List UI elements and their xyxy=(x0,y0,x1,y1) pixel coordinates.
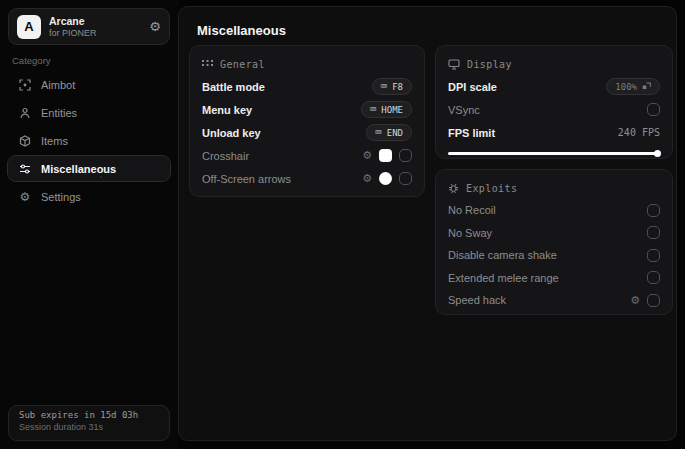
gear-icon[interactable]: ⚙ xyxy=(362,173,372,184)
sidebar-item-items[interactable]: Items xyxy=(7,127,171,154)
gear-icon[interactable]: ⚙ xyxy=(362,150,372,161)
display-panel: Display DPI scale 100% VSync FPS limit 2… xyxy=(435,45,673,159)
general-panel: General Battle mode ⌨ F8 Menu key ⌨ HOME… xyxy=(189,45,425,197)
sub-expires-text: Sub expires in 15d 03h xyxy=(19,410,159,420)
color-swatch[interactable] xyxy=(379,172,392,185)
main-panel: Miscellaneous General Battle mode ⌨ F8 M… xyxy=(178,6,677,441)
extended-melee-range-label: Extended melee range xyxy=(448,272,559,284)
no-recoil-row: No Recoil xyxy=(448,203,660,218)
exploits-title: Exploits xyxy=(466,183,517,194)
disable-camera-shake-checkbox[interactable] xyxy=(647,249,660,262)
sidebar-item-label: Settings xyxy=(41,191,81,203)
dpi-scale-label: DPI scale xyxy=(448,81,497,93)
sidebar-item-settings[interactable]: ⚙ Settings xyxy=(7,183,171,210)
crosshair-checkbox[interactable] xyxy=(399,149,412,162)
keybind-value: END xyxy=(387,128,403,138)
session-duration-text: Session duration 31s xyxy=(19,422,159,432)
extended-melee-range-row: Extended melee range xyxy=(448,270,660,285)
offscreen-arrows-checkbox[interactable] xyxy=(399,172,412,185)
slider-knob[interactable] xyxy=(654,150,661,157)
scan-icon xyxy=(18,79,32,91)
fps-limit-value: 240 FPS xyxy=(618,127,660,138)
fps-limit-label: FPS limit xyxy=(448,127,495,139)
category-label: Category xyxy=(12,55,51,66)
general-title: General xyxy=(220,59,265,70)
no-sway-checkbox[interactable] xyxy=(647,226,660,239)
disable-camera-shake-row: Disable camera shake xyxy=(448,248,660,263)
brand-text: Arcane for PIONER xyxy=(49,15,141,38)
sidebar-item-label: Entities xyxy=(41,107,77,119)
battle-mode-label: Battle mode xyxy=(202,81,265,93)
menu-keybind[interactable]: ⌨ HOME xyxy=(361,101,412,118)
speed-hack-checkbox[interactable] xyxy=(647,294,660,307)
extended-melee-range-checkbox[interactable] xyxy=(647,271,660,284)
display-header: Display xyxy=(448,57,660,71)
entities-icon xyxy=(18,107,32,119)
monitor-icon xyxy=(448,59,460,70)
resize-icon xyxy=(642,82,651,91)
keybind-value: HOME xyxy=(381,105,403,115)
fps-limit-slider[interactable] xyxy=(448,150,660,157)
dpi-scale-row: DPI scale 100% xyxy=(448,79,660,94)
speed-hack-row: Speed hack ⚙ xyxy=(448,293,660,308)
brand-subtitle: for PIONER xyxy=(49,28,141,38)
crosshair-row: Crosshair ⚙ xyxy=(202,148,412,163)
sidebar-item-label: Items xyxy=(41,135,68,147)
sidebar-item-miscellaneous[interactable]: Miscellaneous xyxy=(7,155,171,182)
crosshair-label: Crosshair xyxy=(202,150,249,162)
battle-mode-keybind[interactable]: ⌨ F8 xyxy=(372,78,412,95)
unload-key-label: Unload key xyxy=(202,127,261,139)
sidebar: A Arcane for PIONER ⚙ Category Aimbot xyxy=(0,0,178,449)
gear-icon: ⚙ xyxy=(18,190,32,204)
offscreen-arrows-label: Off-Screen arrows xyxy=(202,173,291,185)
offscreen-arrows-row: Off-Screen arrows ⚙ xyxy=(202,171,412,186)
keyboard-icon: ⌨ xyxy=(381,81,388,92)
sliders-icon xyxy=(18,163,32,175)
vsync-row: VSync xyxy=(448,102,660,117)
gear-icon[interactable]: ⚙ xyxy=(630,295,640,306)
keyboard-icon: ⌨ xyxy=(375,127,382,138)
subscription-card: Sub expires in 15d 03h Session duration … xyxy=(8,405,170,441)
fps-slider-fill xyxy=(448,152,660,155)
disable-camera-shake-label: Disable camera shake xyxy=(448,249,557,261)
sidebar-item-label: Miscellaneous xyxy=(41,163,116,175)
display-title: Display xyxy=(467,59,512,70)
bug-icon xyxy=(448,183,459,194)
dpi-scale-value: 100% xyxy=(615,82,637,92)
general-header: General xyxy=(202,57,412,71)
unload-keybind[interactable]: ⌨ END xyxy=(366,124,412,141)
no-sway-row: No Sway xyxy=(448,225,660,240)
unload-key-row: Unload key ⌨ END xyxy=(202,125,412,140)
box-icon xyxy=(18,135,32,147)
no-sway-label: No Sway xyxy=(448,227,492,239)
keyboard-icon: ⌨ xyxy=(370,104,377,115)
brand-card: A Arcane for PIONER ⚙ xyxy=(8,8,170,45)
no-recoil-label: No Recoil xyxy=(448,204,496,216)
color-swatch[interactable] xyxy=(379,149,392,162)
gear-icon[interactable]: ⚙ xyxy=(149,19,161,34)
no-recoil-checkbox[interactable] xyxy=(647,204,660,217)
sidebar-nav: Aimbot Entities Items xyxy=(7,71,171,211)
page-title: Miscellaneous xyxy=(197,23,286,38)
keybind-value: F8 xyxy=(392,82,403,92)
vsync-label: VSync xyxy=(448,104,480,116)
sidebar-item-label: Aimbot xyxy=(41,79,75,91)
exploits-header: Exploits xyxy=(448,181,660,195)
brand-logo: A xyxy=(17,15,41,39)
sidebar-item-aimbot[interactable]: Aimbot xyxy=(7,71,171,98)
grid-dots-icon xyxy=(202,60,213,69)
vsync-checkbox[interactable] xyxy=(647,103,660,116)
brand-name: Arcane xyxy=(49,15,141,27)
exploits-panel: Exploits No Recoil No Sway Disable camer… xyxy=(435,169,673,315)
dpi-scale-select[interactable]: 100% xyxy=(606,78,660,95)
sidebar-item-entities[interactable]: Entities xyxy=(7,99,171,126)
menu-key-label: Menu key xyxy=(202,104,252,116)
fps-limit-row: FPS limit 240 FPS xyxy=(448,125,660,140)
app-window: A Arcane for PIONER ⚙ Category Aimbot xyxy=(0,0,685,449)
menu-key-row: Menu key ⌨ HOME xyxy=(202,102,412,117)
battle-mode-row: Battle mode ⌨ F8 xyxy=(202,79,412,94)
speed-hack-label: Speed hack xyxy=(448,294,506,306)
